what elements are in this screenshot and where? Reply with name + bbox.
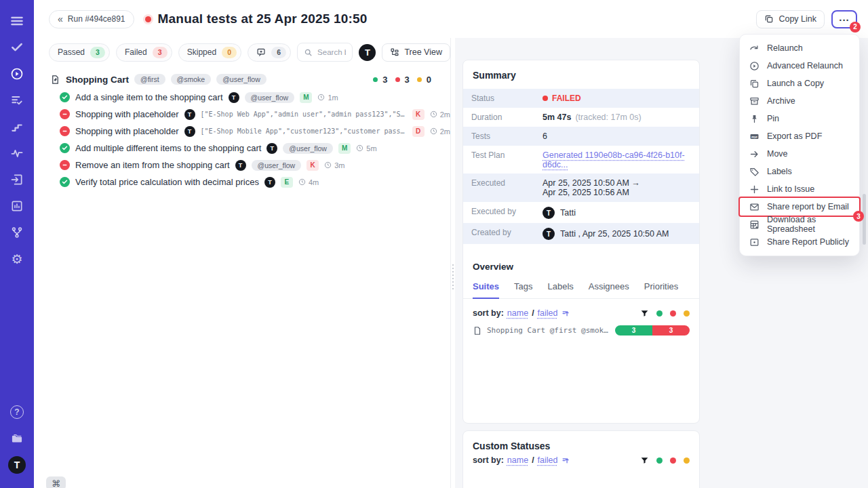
- tree-view-toggle[interactable]: Tree View: [382, 43, 450, 62]
- filter-funnel-icon[interactable]: [640, 456, 649, 465]
- test-row[interactable]: Verify total price calculation with deci…: [34, 174, 450, 190]
- failed-icon: [60, 160, 70, 170]
- tab-tags[interactable]: Tags: [514, 279, 532, 298]
- passed-dot: [373, 77, 378, 82]
- file-icon: [473, 326, 482, 336]
- sort-direction-icon[interactable]: [561, 309, 570, 318]
- test-plan-link[interactable]: Generated 1190e08b-ca96-4f26-b10f-d6dc..…: [542, 150, 691, 169]
- menu-export-pdf[interactable]: PDF Export as PDF: [740, 127, 859, 145]
- assignee-avatar: T: [184, 109, 195, 120]
- summary-row-executed: Executed Apr 25, 2025 10:50 AM → Apr 25,…: [463, 174, 699, 202]
- clock-icon: [298, 178, 306, 186]
- copy-icon: [764, 14, 774, 24]
- filter-skipped[interactable]: Skipped 0: [178, 43, 241, 62]
- overview-sort-row: sort by: name / failed: [463, 299, 699, 322]
- menu-pin[interactable]: Pin: [740, 110, 859, 127]
- branch-icon[interactable]: [5, 221, 28, 244]
- legend-skipped-dot[interactable]: [684, 310, 690, 317]
- test-list: Add a single item to the shopping cart T…: [34, 86, 450, 190]
- legend-failed-dot[interactable]: [670, 310, 676, 317]
- summary-row-tests: Tests 6: [463, 127, 699, 146]
- legend-failed-dot[interactable]: [670, 458, 676, 464]
- menu-move[interactable]: Move: [740, 145, 859, 163]
- priority-badge: M: [338, 143, 351, 154]
- filter-funnel-icon[interactable]: [640, 309, 649, 318]
- tag-icon: [749, 167, 760, 177]
- sort-direction-icon[interactable]: [561, 456, 570, 465]
- filter-row: Passed 3 Failed 3 Skipped 0 6 T Tree Vie…: [34, 38, 450, 68]
- hamburger-menu-icon[interactable]: [5, 9, 28, 33]
- suite-tag: @first: [134, 74, 165, 85]
- scrollbar-thumb[interactable]: [863, 194, 866, 245]
- menu-advanced-relaunch[interactable]: Advanced Relaunch: [740, 57, 859, 75]
- filter-failed[interactable]: Failed 3: [116, 43, 172, 62]
- test-row[interactable]: Shopping with placeholder T ["E-Shop Web…: [34, 106, 450, 123]
- clock-icon: [324, 161, 332, 169]
- filter-passed[interactable]: Passed 3: [49, 43, 110, 62]
- tab-assignees[interactable]: Assignees: [589, 279, 629, 298]
- back-to-run-button[interactable]: « Run #494ce891: [49, 10, 134, 28]
- menu-link-to-issue[interactable]: Link to Issue: [740, 180, 859, 198]
- user-filter-avatar[interactable]: T: [359, 44, 376, 61]
- sort-by-failed-link[interactable]: failed: [538, 455, 558, 465]
- steps-icon[interactable]: [5, 115, 28, 138]
- test-row[interactable]: Remove an item from the shopping cart T …: [34, 157, 450, 174]
- menu-launch-a-copy[interactable]: Launch a Copy: [740, 75, 859, 92]
- sort-by-failed-link[interactable]: failed: [538, 308, 558, 318]
- overview-tabs: Suites Tags Labels Assignees Priorities: [463, 279, 699, 299]
- duration: 1m: [317, 94, 338, 102]
- menu-relaunch[interactable]: Relaunch: [740, 39, 859, 57]
- pulse-icon[interactable]: [5, 142, 28, 165]
- copy-link-button[interactable]: Copy Link: [756, 10, 825, 28]
- play-circle-icon: [749, 61, 760, 71]
- legend-skipped-dot[interactable]: [684, 458, 690, 464]
- analytics-icon[interactable]: [5, 195, 28, 218]
- comments-count-badge: 6: [271, 47, 286, 58]
- search-icon: [304, 48, 313, 57]
- priority-badge: M: [300, 92, 312, 103]
- tab-labels[interactable]: Labels: [547, 279, 573, 298]
- tab-priorities[interactable]: Priorities: [644, 279, 679, 298]
- help-icon[interactable]: ?: [5, 401, 28, 424]
- tab-suites[interactable]: Suites: [473, 279, 499, 299]
- failed-icon: [60, 109, 70, 119]
- custom-statuses-title: Custom Statuses: [463, 431, 699, 454]
- search-input-wrap: [297, 43, 353, 62]
- legend-passed-dot[interactable]: [656, 458, 663, 464]
- settings-gear-icon[interactable]: ⚙: [5, 247, 28, 270]
- import-icon[interactable]: [5, 168, 28, 191]
- workspace-logo[interactable]: T: [5, 453, 28, 476]
- test-row[interactable]: Add a single item to the shopping cart T…: [34, 89, 450, 106]
- test-row[interactable]: Add multiple different items to the shop…: [34, 140, 450, 157]
- suite-tag: @smoke: [171, 74, 212, 85]
- search-input[interactable]: [317, 48, 346, 56]
- summary-card: Summary Status FAILED Duration 5m 47s(tr…: [462, 60, 700, 424]
- pane-resize-handle[interactable]: [450, 38, 455, 488]
- test-plans-icon[interactable]: [5, 89, 28, 112]
- run-id-label: Run #494ce891: [68, 14, 125, 24]
- filter-comments[interactable]: 6: [248, 43, 291, 62]
- projects-folder-icon[interactable]: [5, 427, 28, 450]
- runs-play-icon[interactable]: [5, 62, 28, 85]
- menu-download-spreadsheet[interactable]: Download as Spreadsheet: [740, 216, 859, 233]
- suite-counts: 3 3 0: [373, 75, 443, 85]
- legend-passed-dot[interactable]: [656, 310, 663, 317]
- sort-by-name-link[interactable]: name: [507, 455, 528, 465]
- menu-labels[interactable]: Labels: [740, 163, 859, 180]
- menu-share-report-by-email[interactable]: Share report by Email 3: [740, 198, 859, 216]
- sort-by-name-link[interactable]: name: [507, 308, 528, 318]
- test-row[interactable]: Shopping with placeholder T ["E-Shop Mob…: [34, 123, 450, 140]
- menu-archive[interactable]: Archive: [740, 92, 859, 110]
- suite-header[interactable]: Shopping Cart @first @smoke @user_flow 3…: [34, 68, 450, 86]
- spreadsheet-icon: [749, 220, 760, 230]
- pin-icon: [749, 114, 760, 124]
- overview-suite-row[interactable]: Shopping Cart @first @smoke … 3 3: [463, 322, 699, 339]
- passed-icon: [60, 177, 70, 187]
- test-data-snippet: ["E-Shop Mobile App","customer123","cust…: [201, 127, 407, 135]
- keyboard-shortcuts-button[interactable]: ⌘: [46, 476, 66, 488]
- annotation-step-3-badge: 3: [853, 211, 864, 222]
- menu-share-report-publicly[interactable]: Share Report Publicly: [740, 233, 859, 251]
- tests-check-icon[interactable]: [5, 36, 28, 59]
- summary-row-test-plan: Test Plan Generated 1190e08b-ca96-4f26-b…: [463, 146, 699, 174]
- user-avatar: T: [542, 228, 555, 240]
